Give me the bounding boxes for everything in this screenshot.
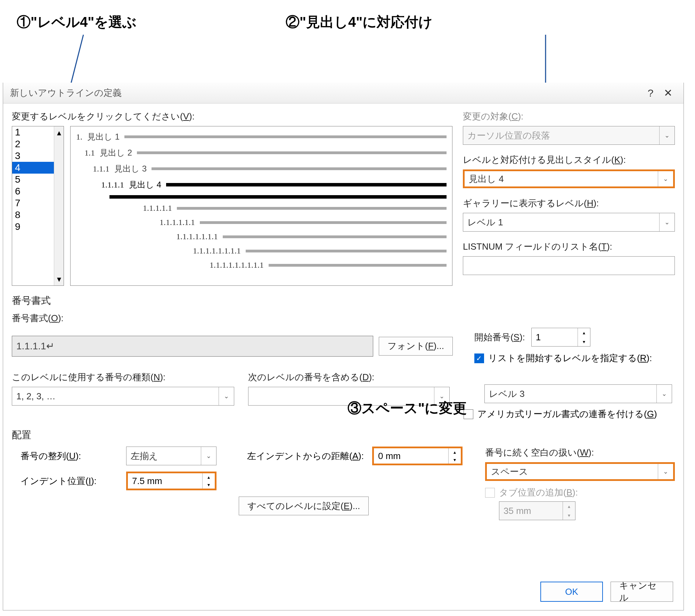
numtype-label: このレベルに使用する番号の種類(N): bbox=[12, 371, 234, 383]
outline-definition-dialog: 新しいアウトラインの定義 ? ✕ 変更するレベルをクリックしてください(V): … bbox=[3, 83, 684, 610]
numfmt-input[interactable]: 1.1.1.1↵ bbox=[12, 336, 373, 357]
spinner-icon[interactable]: ▴▾ bbox=[448, 448, 461, 464]
indentpos-input[interactable]: 7.5 mm ▴▾ bbox=[126, 472, 216, 490]
listnum-label: LISTNUM フィールドのリスト名(T): bbox=[463, 241, 675, 253]
follow-select[interactable]: スペース ⌄ bbox=[485, 462, 675, 481]
start-label: 開始番号(S): bbox=[474, 331, 525, 343]
level-item-4[interactable]: 4 bbox=[12, 162, 54, 174]
indentpos-label: インデント位置(I): bbox=[21, 475, 118, 487]
tabpos-label: タブ位置の追加(B): bbox=[499, 486, 578, 499]
level-listbox[interactable]: 123456789 ▴ ▾ bbox=[12, 126, 64, 286]
level-item-9[interactable]: 9 bbox=[12, 221, 54, 233]
target-label: 変更の対象(C): bbox=[463, 110, 675, 123]
checkbox-icon bbox=[485, 488, 495, 498]
leftindent-input[interactable]: 0 mm ▴▾ bbox=[372, 447, 463, 465]
level-item-6[interactable]: 6 bbox=[12, 185, 54, 197]
link-style-label: レベルと対応付ける見出しスタイル(K): bbox=[463, 154, 675, 166]
scroll-up-icon[interactable]: ▴ bbox=[57, 128, 61, 138]
level-item-1[interactable]: 1 bbox=[12, 126, 54, 138]
callout-1: ①"レベル4"を選ぶ bbox=[17, 13, 137, 32]
restart-level-select[interactable]: レベル 3 ⌄ bbox=[484, 384, 672, 403]
preview-row: 1.1見出し 2 bbox=[76, 147, 447, 158]
level-item-2[interactable]: 2 bbox=[12, 138, 54, 150]
preview-row: 1.見出し 1 bbox=[76, 131, 447, 142]
preview-row: 1.1.1.1.1.1.1 bbox=[76, 232, 447, 241]
listnum-input[interactable] bbox=[463, 256, 675, 275]
align-label: 番号の整列(U): bbox=[21, 450, 118, 462]
outline-preview: 1.見出し 11.1見出し 21.1.1見出し 31.1.1.1見出し 41.1… bbox=[70, 126, 452, 286]
font-button[interactable]: フォント(F)... bbox=[379, 337, 453, 356]
chevron-down-icon[interactable]: ⌄ bbox=[656, 385, 672, 403]
tabpos-input: 35 mm ▴▾ bbox=[499, 501, 575, 520]
align-select[interactable]: 左揃え ⌄ bbox=[126, 447, 216, 465]
help-icon[interactable]: ? bbox=[642, 84, 659, 102]
checkbox-checked-icon[interactable]: ✓ bbox=[474, 353, 484, 363]
level-item-7[interactable]: 7 bbox=[12, 197, 54, 209]
spinner-icon: ▴▾ bbox=[563, 502, 575, 520]
chevron-down-icon: ⌄ bbox=[659, 126, 674, 144]
ok-button[interactable]: OK bbox=[540, 582, 603, 602]
link-style-select[interactable]: 見出し 4 ⌄ bbox=[463, 169, 675, 188]
include-label: 次のレベルの番号を含める(D): bbox=[248, 371, 450, 383]
titlebar: 新しいアウトラインの定義 ? ✕ bbox=[3, 83, 684, 103]
leftindent-label: 左インデントからの距離(A): bbox=[239, 450, 364, 462]
preview-row: 1.1.1.1.1 bbox=[76, 203, 447, 213]
preview-row: 1.1.1.1見出し 4 bbox=[76, 179, 447, 190]
callout-3: ③スペース"に変更 bbox=[348, 399, 467, 418]
dialog-title: 新しいアウトラインの定義 bbox=[10, 87, 642, 99]
setall-button[interactable]: すべてのレベルに設定(E)... bbox=[239, 497, 369, 515]
preview-row: 1.1.1.1.1.1.1.1.1 bbox=[76, 260, 447, 270]
level-item-3[interactable]: 3 bbox=[12, 150, 54, 162]
restart-label: リストを開始するレベルを指定する(R): bbox=[488, 352, 652, 364]
scroll-down-icon[interactable]: ▾ bbox=[57, 274, 61, 284]
scrollbar[interactable]: ▴ ▾ bbox=[54, 126, 64, 285]
target-select: カーソル位置の段落 ⌄ bbox=[463, 126, 675, 145]
gallery-label: ギャラリーに表示するレベル(H): bbox=[463, 197, 675, 209]
chevron-down-icon[interactable]: ⌄ bbox=[659, 213, 674, 231]
level-item-5[interactable]: 5 bbox=[12, 174, 54, 185]
tabpos-checkbox-row: タブ位置の追加(B): bbox=[485, 486, 675, 499]
gallery-select[interactable]: レベル 1 ⌄ bbox=[463, 213, 675, 232]
numtype-select[interactable]: 1, 2, 3, … ⌄ bbox=[12, 387, 234, 406]
numfmt-section-title: 番号書式 bbox=[12, 294, 684, 307]
level-item-8[interactable]: 8 bbox=[12, 209, 54, 221]
start-number-input[interactable]: 1 ▴▾ bbox=[531, 328, 590, 347]
callout-2: ②"見出し4"に対応付け bbox=[286, 13, 433, 32]
spinner-icon[interactable]: ▴▾ bbox=[578, 328, 590, 346]
numfmt-label: 番号書式(O): bbox=[12, 312, 675, 324]
level-click-label: 変更するレベルをクリックしてください(V): bbox=[12, 110, 452, 123]
spinner-icon[interactable]: ▴▾ bbox=[202, 473, 215, 489]
chevron-down-icon[interactable]: ⌄ bbox=[219, 387, 234, 405]
position-section-title: 配置 bbox=[12, 428, 684, 442]
chevron-down-icon[interactable]: ⌄ bbox=[201, 447, 216, 465]
chevron-down-icon[interactable]: ⌄ bbox=[658, 464, 673, 479]
legal-checkbox-row[interactable]: アメリカ式リーガル書式の連番を付ける(G) bbox=[464, 408, 672, 420]
chevron-down-icon[interactable]: ⌄ bbox=[658, 171, 673, 186]
preview-row: 1.1.1見出し 3 bbox=[76, 163, 447, 174]
restart-checkbox-row[interactable]: ✓ リストを開始するレベルを指定する(R): bbox=[474, 352, 669, 364]
cancel-button[interactable]: キャンセル bbox=[611, 582, 673, 602]
follow-label: 番号に続く空白の扱い(W): bbox=[485, 447, 675, 459]
preview-row: 1.1.1.1.1.1 bbox=[76, 218, 447, 227]
close-icon[interactable]: ✕ bbox=[659, 84, 677, 102]
legal-label: アメリカ式リーガル書式の連番を付ける(G) bbox=[477, 408, 657, 420]
preview-row: 1.1.1.1.1.1.1.1 bbox=[76, 246, 447, 256]
preview-row bbox=[76, 195, 447, 199]
